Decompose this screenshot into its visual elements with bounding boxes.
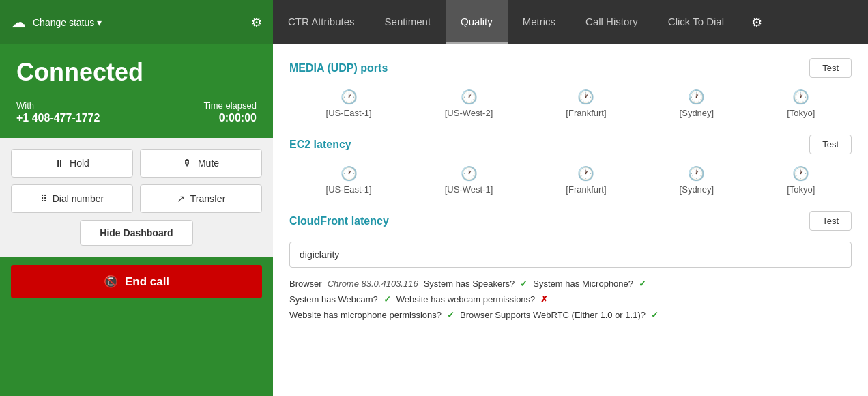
clock-icon-5: 🕐 [792,89,809,105]
media-server-label-1: [US-East-1] [326,108,372,118]
media-server-label-3: [Frankfurt] [566,108,606,118]
ec2-server-tokyo: 🕐 [Tokyo] [787,165,815,195]
media-server-label-4: [Sydney] [680,108,714,118]
top-nav-left: ☁ Change status ▾ ⚙ [0,0,273,44]
media-server-label-2: [US-West-2] [445,108,493,118]
media-section-header: MEDIA (UDP) ports Test [289,58,852,78]
mute-button[interactable]: 🎙 Mute [140,149,262,178]
end-call-button[interactable]: 📵 End call [11,265,262,298]
clock-icon-ec2-1: 🕐 [341,165,358,182]
dial-number-button[interactable]: ⠿ Dial number [11,184,133,213]
media-server-sydney: 🕐 [Sydney] [680,89,714,118]
webcam-perm-label: Website has webcam permissions? [396,294,536,305]
chevron-down-icon: ▾ [97,17,102,28]
speakers-check: ✓ [520,279,527,289]
controls-row-1: ⏸ Hold 🎙 Mute [11,149,262,178]
controls-section: ⏸ Hold 🎙 Mute ⠿ Dial number ↗ Transfer [0,138,273,257]
microphone-check: ✓ [639,279,646,289]
top-nav: ☁ Change status ▾ ⚙ CTR Attributes Senti… [0,0,868,44]
system-info-row-1: Browser Chrome 83.0.4103.116 System has … [289,279,852,289]
ec2-section-header: EC2 latency Test [289,135,852,154]
cloudfront-test-button[interactable]: Test [809,211,852,231]
media-test-button[interactable]: Test [809,58,852,78]
media-section-title: MEDIA (UDP) ports [289,62,388,74]
clock-icon-ec2-4: 🕐 [688,165,705,182]
left-panel: Connected With +1 408-477-1772 Time elap… [0,44,273,396]
change-status-label: Change status [33,17,94,28]
nav-tabs: CTR Attributes Sentiment Quality Metrics… [273,0,868,44]
webrtc-check: ✓ [651,310,659,320]
right-panel: MEDIA (UDP) ports Test 🕐 [US-East-1] 🕐 [… [273,44,868,396]
clock-icon-3: 🕐 [577,89,594,105]
clock-icon-ec2-5: 🕐 [792,165,809,182]
clock-icon-ec2-3: 🕐 [577,165,594,182]
system-info-row-3: Website has microphone permissions? ✓ Br… [289,310,852,320]
call-info: With +1 408-477-1772 Time elapsed 0:00:0… [16,100,257,124]
mic-perm-label: Website has microphone permissions? [289,310,442,320]
transfer-label: Transfer [190,193,226,204]
speakers-label: System has Speakers? [424,279,515,289]
browser-label: Browser [289,279,322,289]
ec2-server-us-west1: 🕐 [US-West-1] [445,165,493,195]
ec2-server-label-3: [Frankfurt] [566,184,606,195]
transfer-icon: ↗ [177,193,185,204]
ec2-server-label-5: [Tokyo] [787,184,815,195]
settings-icon-right[interactable]: ⚙ [739,15,775,30]
webrtc-label: Browser Supports WebRTC (Either 1.0 or 1… [460,310,646,320]
tab-click-to-dial[interactable]: Click To Dial [653,0,739,44]
change-status-button[interactable]: Change status ▾ [33,17,102,28]
connected-title: Connected [16,58,257,87]
tab-call-history[interactable]: Call History [570,0,653,44]
hold-label: Hold [70,158,89,169]
media-server-label-5: [Tokyo] [787,108,815,118]
tab-quality[interactable]: Quality [446,0,508,44]
hold-button[interactable]: ⏸ Hold [11,149,133,178]
cloudfront-input[interactable] [289,242,852,268]
clock-icon-4: 🕐 [688,89,705,105]
ec2-servers-grid: 🕐 [US-East-1] 🕐 [US-West-1] 🕐 [Frankfurt… [289,165,852,195]
ec2-test-button[interactable]: Test [809,135,852,154]
media-server-tokyo: 🕐 [Tokyo] [787,89,815,118]
ec2-server-frankfurt: 🕐 [Frankfurt] [566,165,606,195]
mic-perm-check: ✓ [447,310,454,320]
settings-icon-left[interactable]: ⚙ [251,15,262,30]
webcam-check: ✓ [384,294,391,305]
cloudfront-section-header: CloudFront latency Test [289,211,852,231]
dial-number-label: Dial number [53,193,104,204]
hide-dashboard-button[interactable]: Hide Dashboard [80,220,192,246]
tab-ctr-attributes[interactable]: CTR Attributes [273,0,370,44]
cloud-icon: ☁ [11,14,26,31]
call-info-right: Time elapsed 0:00:00 [203,100,257,124]
ec2-section-title: EC2 latency [289,139,351,151]
webcam-label: System has Webcam? [289,294,378,305]
system-info-row-2: System has Webcam? ✓ Website has webcam … [289,294,852,305]
phone-number: +1 408-477-1772 [16,112,100,124]
media-server-us-west2: 🕐 [US-West-2] [445,89,493,118]
time-elapsed-label: Time elapsed [203,100,257,111]
end-call-label: End call [125,275,169,289]
tab-sentiment[interactable]: Sentiment [370,0,446,44]
ec2-server-label-1: [US-East-1] [326,184,372,195]
transfer-button[interactable]: ↗ Transfer [140,184,262,213]
clock-icon-2: 🕐 [461,89,478,105]
webcam-perm-check: ✗ [540,294,548,305]
cloudfront-section-title: CloudFront latency [289,215,389,227]
ec2-server-us-east1: 🕐 [US-East-1] [326,165,372,195]
call-info-left: With +1 408-477-1772 [16,100,100,124]
ec2-server-label-2: [US-West-1] [445,184,493,195]
ec2-server-label-4: [Sydney] [680,184,714,195]
dialpad-icon: ⠿ [40,193,47,204]
clock-icon-ec2-2: 🕐 [461,165,478,182]
main-content: Connected With +1 408-477-1772 Time elap… [0,44,868,396]
media-server-frankfurt: 🕐 [Frankfurt] [566,89,606,118]
phone-off-icon: 📵 [104,274,118,289]
tab-metrics[interactable]: Metrics [508,0,570,44]
time-value: 0:00:00 [203,112,257,124]
media-server-us-east1: 🕐 [US-East-1] [326,89,372,118]
clock-icon-1: 🕐 [341,89,358,105]
mic-off-icon: 🎙 [183,158,192,169]
microphone-label: System has Microphone? [533,279,633,289]
browser-value: Chrome 83.0.4103.116 [328,279,418,289]
media-servers-grid: 🕐 [US-East-1] 🕐 [US-West-2] 🕐 [Frankfurt… [289,89,852,118]
ec2-server-sydney: 🕐 [Sydney] [680,165,714,195]
